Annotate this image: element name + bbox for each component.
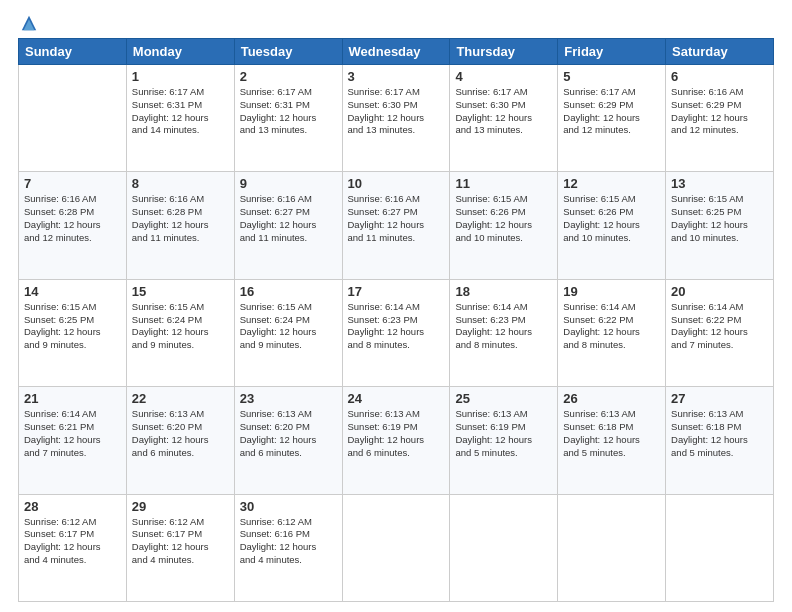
calendar-cell: 29Sunrise: 6:12 AMSunset: 6:17 PMDayligh… [126, 494, 234, 601]
calendar-cell: 16Sunrise: 6:15 AMSunset: 6:24 PMDayligh… [234, 279, 342, 386]
day-number: 23 [240, 391, 337, 406]
calendar-day-header: Tuesday [234, 39, 342, 65]
day-info: Sunrise: 6:16 AMSunset: 6:28 PMDaylight:… [24, 193, 121, 244]
calendar-cell: 30Sunrise: 6:12 AMSunset: 6:16 PMDayligh… [234, 494, 342, 601]
day-info: Sunrise: 6:15 AMSunset: 6:25 PMDaylight:… [24, 301, 121, 352]
day-number: 28 [24, 499, 121, 514]
day-number: 27 [671, 391, 768, 406]
day-number: 5 [563, 69, 660, 84]
calendar-cell: 23Sunrise: 6:13 AMSunset: 6:20 PMDayligh… [234, 387, 342, 494]
day-info: Sunrise: 6:15 AMSunset: 6:24 PMDaylight:… [240, 301, 337, 352]
calendar-week-row: 7Sunrise: 6:16 AMSunset: 6:28 PMDaylight… [19, 172, 774, 279]
day-info: Sunrise: 6:12 AMSunset: 6:17 PMDaylight:… [132, 516, 229, 567]
day-number: 24 [348, 391, 445, 406]
calendar-cell: 28Sunrise: 6:12 AMSunset: 6:17 PMDayligh… [19, 494, 127, 601]
calendar-cell: 15Sunrise: 6:15 AMSunset: 6:24 PMDayligh… [126, 279, 234, 386]
day-info: Sunrise: 6:15 AMSunset: 6:26 PMDaylight:… [455, 193, 552, 244]
day-number: 6 [671, 69, 768, 84]
day-info: Sunrise: 6:14 AMSunset: 6:22 PMDaylight:… [671, 301, 768, 352]
calendar-cell: 17Sunrise: 6:14 AMSunset: 6:23 PMDayligh… [342, 279, 450, 386]
day-info: Sunrise: 6:15 AMSunset: 6:26 PMDaylight:… [563, 193, 660, 244]
day-info: Sunrise: 6:16 AMSunset: 6:27 PMDaylight:… [348, 193, 445, 244]
calendar-cell [450, 494, 558, 601]
calendar-cell: 3Sunrise: 6:17 AMSunset: 6:30 PMDaylight… [342, 65, 450, 172]
logo-icon [20, 14, 38, 32]
calendar-cell: 25Sunrise: 6:13 AMSunset: 6:19 PMDayligh… [450, 387, 558, 494]
day-number: 25 [455, 391, 552, 406]
day-number: 29 [132, 499, 229, 514]
calendar-cell: 14Sunrise: 6:15 AMSunset: 6:25 PMDayligh… [19, 279, 127, 386]
calendar-week-row: 14Sunrise: 6:15 AMSunset: 6:25 PMDayligh… [19, 279, 774, 386]
day-info: Sunrise: 6:17 AMSunset: 6:29 PMDaylight:… [563, 86, 660, 137]
day-info: Sunrise: 6:16 AMSunset: 6:27 PMDaylight:… [240, 193, 337, 244]
calendar-cell: 8Sunrise: 6:16 AMSunset: 6:28 PMDaylight… [126, 172, 234, 279]
day-info: Sunrise: 6:17 AMSunset: 6:31 PMDaylight:… [240, 86, 337, 137]
day-info: Sunrise: 6:12 AMSunset: 6:17 PMDaylight:… [24, 516, 121, 567]
header [18, 16, 774, 28]
day-number: 12 [563, 176, 660, 191]
day-number: 8 [132, 176, 229, 191]
calendar-week-row: 21Sunrise: 6:14 AMSunset: 6:21 PMDayligh… [19, 387, 774, 494]
day-info: Sunrise: 6:17 AMSunset: 6:31 PMDaylight:… [132, 86, 229, 137]
calendar-cell [342, 494, 450, 601]
day-number: 2 [240, 69, 337, 84]
day-number: 15 [132, 284, 229, 299]
calendar-cell: 27Sunrise: 6:13 AMSunset: 6:18 PMDayligh… [666, 387, 774, 494]
page: SundayMondayTuesdayWednesdayThursdayFrid… [0, 0, 792, 612]
calendar-cell: 24Sunrise: 6:13 AMSunset: 6:19 PMDayligh… [342, 387, 450, 494]
calendar-day-header: Friday [558, 39, 666, 65]
day-info: Sunrise: 6:13 AMSunset: 6:20 PMDaylight:… [240, 408, 337, 459]
calendar-day-header: Wednesday [342, 39, 450, 65]
day-number: 3 [348, 69, 445, 84]
day-info: Sunrise: 6:12 AMSunset: 6:16 PMDaylight:… [240, 516, 337, 567]
calendar-day-header: Saturday [666, 39, 774, 65]
day-info: Sunrise: 6:15 AMSunset: 6:24 PMDaylight:… [132, 301, 229, 352]
day-info: Sunrise: 6:13 AMSunset: 6:20 PMDaylight:… [132, 408, 229, 459]
day-number: 1 [132, 69, 229, 84]
day-number: 13 [671, 176, 768, 191]
day-info: Sunrise: 6:13 AMSunset: 6:18 PMDaylight:… [563, 408, 660, 459]
calendar-cell [558, 494, 666, 601]
calendar-day-header: Thursday [450, 39, 558, 65]
day-number: 22 [132, 391, 229, 406]
calendar-cell: 6Sunrise: 6:16 AMSunset: 6:29 PMDaylight… [666, 65, 774, 172]
day-number: 4 [455, 69, 552, 84]
calendar-day-header: Monday [126, 39, 234, 65]
calendar-cell [666, 494, 774, 601]
calendar-cell: 4Sunrise: 6:17 AMSunset: 6:30 PMDaylight… [450, 65, 558, 172]
calendar-cell: 21Sunrise: 6:14 AMSunset: 6:21 PMDayligh… [19, 387, 127, 494]
calendar-cell: 9Sunrise: 6:16 AMSunset: 6:27 PMDaylight… [234, 172, 342, 279]
day-number: 7 [24, 176, 121, 191]
day-number: 17 [348, 284, 445, 299]
calendar-cell: 1Sunrise: 6:17 AMSunset: 6:31 PMDaylight… [126, 65, 234, 172]
day-info: Sunrise: 6:15 AMSunset: 6:25 PMDaylight:… [671, 193, 768, 244]
day-number: 10 [348, 176, 445, 191]
logo [18, 16, 38, 28]
calendar-cell: 22Sunrise: 6:13 AMSunset: 6:20 PMDayligh… [126, 387, 234, 494]
day-number: 11 [455, 176, 552, 191]
calendar-cell: 10Sunrise: 6:16 AMSunset: 6:27 PMDayligh… [342, 172, 450, 279]
calendar-cell [19, 65, 127, 172]
day-info: Sunrise: 6:14 AMSunset: 6:23 PMDaylight:… [455, 301, 552, 352]
calendar-cell: 20Sunrise: 6:14 AMSunset: 6:22 PMDayligh… [666, 279, 774, 386]
calendar-cell: 5Sunrise: 6:17 AMSunset: 6:29 PMDaylight… [558, 65, 666, 172]
calendar-cell: 19Sunrise: 6:14 AMSunset: 6:22 PMDayligh… [558, 279, 666, 386]
day-number: 18 [455, 284, 552, 299]
day-number: 26 [563, 391, 660, 406]
calendar-cell: 18Sunrise: 6:14 AMSunset: 6:23 PMDayligh… [450, 279, 558, 386]
day-number: 14 [24, 284, 121, 299]
calendar-cell: 26Sunrise: 6:13 AMSunset: 6:18 PMDayligh… [558, 387, 666, 494]
calendar-header-row: SundayMondayTuesdayWednesdayThursdayFrid… [19, 39, 774, 65]
day-info: Sunrise: 6:13 AMSunset: 6:19 PMDaylight:… [348, 408, 445, 459]
calendar-day-header: Sunday [19, 39, 127, 65]
calendar-cell: 2Sunrise: 6:17 AMSunset: 6:31 PMDaylight… [234, 65, 342, 172]
day-number: 30 [240, 499, 337, 514]
day-number: 21 [24, 391, 121, 406]
day-info: Sunrise: 6:17 AMSunset: 6:30 PMDaylight:… [348, 86, 445, 137]
day-number: 9 [240, 176, 337, 191]
calendar-cell: 7Sunrise: 6:16 AMSunset: 6:28 PMDaylight… [19, 172, 127, 279]
day-info: Sunrise: 6:14 AMSunset: 6:23 PMDaylight:… [348, 301, 445, 352]
day-number: 20 [671, 284, 768, 299]
calendar-table: SundayMondayTuesdayWednesdayThursdayFrid… [18, 38, 774, 602]
day-info: Sunrise: 6:14 AMSunset: 6:22 PMDaylight:… [563, 301, 660, 352]
